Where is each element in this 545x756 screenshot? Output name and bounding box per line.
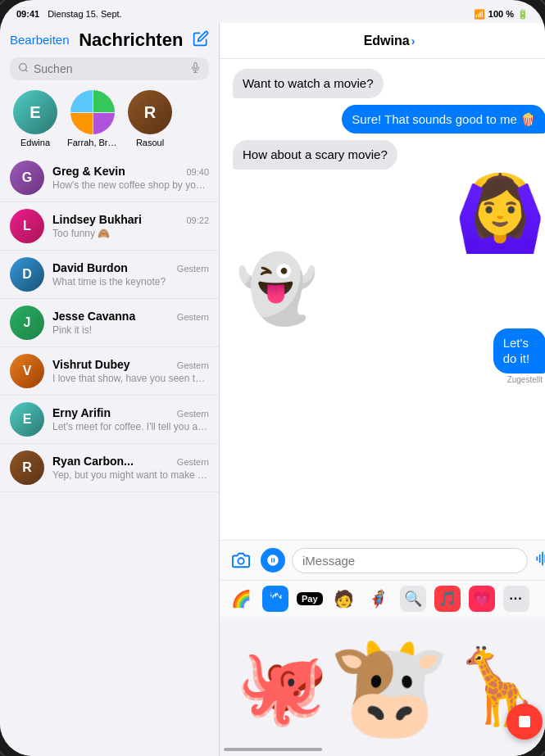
sidebar: Bearbeiten Nachrichten [0,23,220,756]
msg-time: 09:22 [186,215,209,225]
search-icon [18,61,29,76]
message-list: G Greg & Kevin 09:40 How's the new coffe… [0,154,219,756]
ipad-frame: 09:41 Dienstag 15. Sept. 📶 100 % 🔋 Bearb… [0,0,545,756]
avatar-rasoul: R [128,90,172,134]
avatar-david: D [10,257,44,292]
msg-preview: What time is the keynote? [52,276,209,287]
sidebar-header: Bearbeiten Nachrichten [0,23,219,54]
avatar-vishrut: V [10,354,44,388]
message-row: Let's do it! [470,328,545,373]
battery-label: 100 % [488,9,514,19]
pinned-name-edwina: Edwina [20,138,50,147]
avatar-edwina: E [13,90,57,134]
list-item[interactable]: G Greg & Kevin 09:40 How's the new coffe… [0,154,219,202]
record-button[interactable] [506,704,543,740]
status-bar: 09:41 Dienstag 15. Sept. 📶 100 % 🔋 [0,0,545,23]
message-text: Want to watch a movie? [243,76,374,90]
list-item[interactable]: V Vishrut Dubey Gestern I love that show… [0,347,219,396]
pinned-contact-edwina[interactable]: E Edwina [10,90,61,147]
msg-preview: Yep, but you might want to make it a sur… [52,469,209,481]
chat-panel: Edwina › Want to watch a movie? Sure! Th… [220,23,545,756]
chevron-right-icon: › [411,34,416,48]
message-bubble: Sure! That sounds good to me 🍿 [342,105,545,134]
mic-icon[interactable] [190,61,201,76]
ghost-sticker: 👻 [236,256,318,322]
list-item[interactable]: E Erny Arifin Gestern Let's meet for cof… [0,396,219,444]
msg-preview: How's the new coffee shop by you guys? [52,179,209,191]
camera-button[interactable] [228,547,254,573]
msg-time: Gestern [177,264,209,274]
message-row: How about a scary movie? [233,140,545,170]
pinned-contacts: E Edwina Farrah, Brya... [0,87,219,154]
msg-time: 09:40 [186,167,209,177]
cow-memoji[interactable]: 🐮 [328,637,451,736]
music-strip-icon[interactable]: 🎵 [434,586,461,612]
appstore-button[interactable] [261,548,285,573]
memoji-panel: 🐙 🐮 🦒 [220,617,545,756]
list-item[interactable]: D David Burdon Gestern What time is the … [0,251,219,299]
ghost-sticker-row: 👻 [233,256,545,322]
avatar-erny: E [10,402,44,437]
chat-title[interactable]: Edwina › [364,34,416,48]
avatar-lindsey: L [10,209,44,243]
edit-button[interactable]: Bearbeiten [10,33,70,47]
appstore-strip-icon[interactable] [262,586,288,612]
msg-name: David Burdon [52,261,128,274]
record-icon [519,716,530,727]
avatar-farrah-group [70,90,115,134]
app-strip: 🌈 Pay 🧑 🦸 🔍 🎵 💗 ··· [220,580,545,617]
avatar-jesse: J [10,306,44,340]
memoji1-strip-icon[interactable]: 🧑 [331,586,357,612]
svg-point-0 [20,64,27,71]
pinned-contact-farrah[interactable]: Farrah, Brya... [67,90,118,147]
msg-name: Greg & Kevin [52,165,125,178]
home-indicator [224,748,322,751]
msg-preview: Pink it is! [52,324,209,336]
msg-name: Lindsey Bukhari [52,213,142,226]
msg-time: Gestern [177,457,209,467]
imessage-input[interactable] [292,548,528,573]
msg-name: Vishrut Dubey [52,358,130,371]
list-item[interactable]: R Ryan Carbon... Gestern Yep, but you mi… [0,444,219,492]
msg-content-jesse: Jesse Cavanna Gestern Pink it is! [52,310,209,336]
chat-contact-name: Edwina [364,34,410,48]
pinned-name-rasoul: Rasoul [136,138,164,147]
msg-content-greg: Greg & Kevin 09:40 How's the new coffee … [52,165,209,191]
photos-strip-icon[interactable]: 🌈 [228,586,254,612]
status-icons: 📶 100 % 🔋 [474,9,529,20]
list-item[interactable]: L Lindsey Bukhari 09:22 Too funny 🙈 [0,202,219,251]
msg-name: Jesse Cavanna [52,310,135,323]
search-input[interactable] [34,62,185,75]
msg-preview: Let's meet for coffee. I'll tell you all… [52,421,209,432]
msg-name: Erny Arifin [52,406,111,419]
msg-time: Gestern [177,360,209,370]
msg-preview: Too funny 🙈 [52,228,209,239]
message-bubble: Let's do it! [493,328,545,373]
octopus-memoji[interactable]: 🐙 [236,650,328,723]
health-strip-icon[interactable]: 💗 [469,586,495,612]
sidebar-title: Nachrichten [79,29,183,51]
list-item[interactable]: J Jesse Cavanna Gestern Pink it is! [0,299,219,347]
delivered-label: Zugestellt [507,375,545,384]
avatar-ryan: R [10,450,44,485]
input-bar [220,540,545,580]
memoji2-strip-icon[interactable]: 🦸 [366,586,392,612]
svg-line-1 [25,70,27,71]
waveform-button[interactable] [534,550,545,571]
msg-content-lindsey: Lindsey Bukhari 09:22 Too funny 🙈 [52,213,209,239]
message-text: How about a scary movie? [243,147,388,161]
msg-time: Gestern [177,409,209,419]
message-bubble: How about a scary movie? [233,140,397,170]
msg-content-vishrut: Vishrut Dubey Gestern I love that show, … [52,358,209,384]
applepay-strip-icon[interactable]: Pay [297,592,323,605]
wifi-icon: 📶 [474,9,485,20]
msg-content-david: David Burdon Gestern What time is the ke… [52,261,209,287]
msg-time: Gestern [177,312,209,322]
status-date: Dienstag 15. Sept. [48,9,122,19]
more-strip-icon[interactable]: ··· [503,586,529,612]
compose-button[interactable] [193,30,209,51]
search-strip-icon[interactable]: 🔍 [400,586,426,612]
pinned-contact-rasoul[interactable]: R Rasoul [125,90,175,147]
lets-do-it-group: Let's do it! Zugestellt [233,328,545,384]
message-text: Let's do it! [503,336,530,366]
